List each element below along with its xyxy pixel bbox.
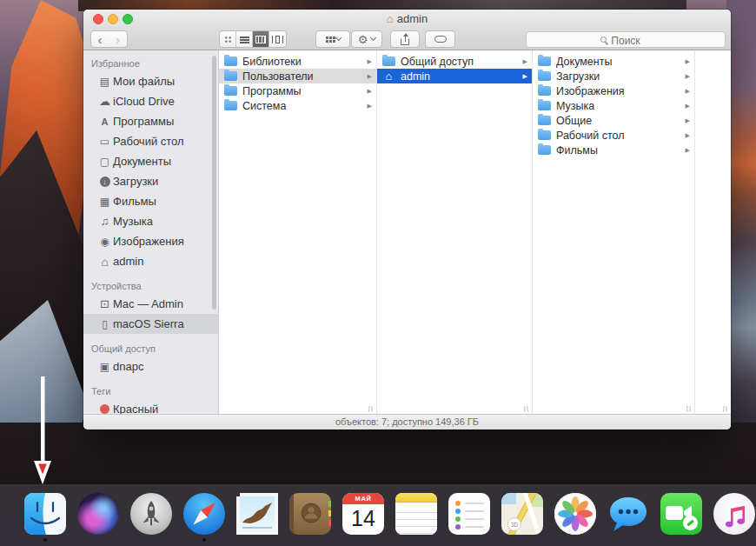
dock-icon-messages[interactable] (607, 493, 649, 535)
icloud-icon (96, 96, 113, 107)
file-row-public[interactable]: Общие (533, 113, 694, 128)
sidebar-item-music[interactable]: Музыка (83, 211, 218, 231)
chevron-down-icon (335, 35, 341, 41)
document-icon (96, 156, 113, 167)
column-view-button[interactable] (253, 31, 269, 47)
search-input[interactable] (527, 33, 725, 48)
folder-icon (224, 101, 237, 110)
file-row-downloads[interactable]: Загрузки (533, 69, 694, 83)
sidebar-scrollbar[interactable] (212, 56, 216, 310)
home-proxy-icon: ⌂ (387, 12, 394, 25)
sidebar-section-tags: Теги (83, 383, 218, 399)
file-row-pictures[interactable]: Изображения (533, 83, 694, 98)
dock-icon-facetime[interactable] (660, 493, 702, 535)
coverflow-view-button[interactable] (269, 31, 286, 47)
arrange-grid-icon (326, 37, 328, 39)
running-indicator (202, 538, 206, 542)
sidebar-item-movies[interactable]: Фильмы (83, 191, 218, 211)
sidebar-item-pictures[interactable]: Изображения (83, 231, 218, 251)
column-resize-handle[interactable] (686, 404, 692, 412)
back-button[interactable]: ‹ (90, 30, 109, 48)
file-row-documents[interactable]: Документы (533, 54, 694, 69)
calendar-month: МАЙ (342, 493, 384, 504)
sidebar-item-documents[interactable]: Документы (83, 151, 218, 171)
file-row-movies[interactable]: Фильмы (533, 143, 694, 157)
dock-icon-itunes[interactable] (713, 493, 755, 535)
share-button[interactable] (390, 30, 420, 48)
window-content: Избранное Мои файлы iCloud Drive Програм… (83, 50, 731, 414)
window-title: ⌂admin (83, 10, 731, 28)
pictures-icon (96, 236, 113, 247)
maps-3d-compass: 3D (507, 517, 521, 531)
display-icon (96, 298, 113, 310)
sidebar-item-mac-admin[interactable]: Mac — Admin (83, 294, 218, 314)
sidebar-item-tag-red[interactable]: Красный (83, 399, 218, 414)
folder-icon (538, 116, 551, 125)
sidebar-item-dnapc[interactable]: dnapc (83, 356, 218, 376)
desktop-icon (96, 136, 113, 147)
title-bar[interactable]: ⌂admin (83, 10, 731, 28)
list-view-button[interactable] (236, 31, 253, 47)
dock-icon-reminders[interactable] (448, 493, 490, 535)
disclosure-arrow-icon (368, 88, 372, 95)
finder-window: ⌂admin ‹ › Изб (83, 10, 731, 429)
column-view-icon (255, 36, 266, 43)
dock-icon-siri[interactable] (77, 493, 119, 535)
dock-icon-launchpad[interactable] (130, 493, 172, 535)
reminder-dot-blue (455, 509, 461, 514)
applications-icon (96, 117, 113, 127)
disclosure-arrow-icon (686, 103, 690, 110)
search-field[interactable] (526, 31, 726, 48)
share-icon (401, 38, 409, 45)
file-row-desktop[interactable]: Рабочий стол (533, 128, 694, 143)
file-row-applications[interactable]: Программы (219, 83, 376, 98)
maps-water (501, 493, 516, 504)
dock-icon-finder[interactable] (24, 493, 66, 535)
downloads-icon (96, 176, 113, 187)
forward-button[interactable]: › (109, 30, 128, 48)
folder-icon (224, 71, 237, 81)
arrange-button[interactable] (315, 30, 350, 48)
annotation-arrow (33, 376, 52, 486)
action-menu-button[interactable] (351, 30, 382, 48)
sidebar-item-my-files[interactable]: Мои файлы (83, 71, 218, 91)
column-resize-handle[interactable] (723, 404, 728, 412)
status-bar: объектов: 7; доступно 149,36 ГБ (83, 414, 731, 429)
column-resize-handle[interactable] (524, 404, 529, 412)
file-row-libraries[interactable]: Библиотеки (219, 54, 376, 69)
sidebar-item-downloads[interactable]: Загрузки (83, 171, 218, 191)
dock-icon-contacts[interactable] (289, 493, 331, 535)
file-row-admin[interactable]: admin (377, 69, 532, 83)
documents-stack-icon (96, 77, 113, 87)
icon-view-button[interactable] (220, 31, 236, 47)
file-row-system[interactable]: Система (219, 98, 376, 113)
sidebar-item-macos-sierra[interactable]: macOS Sierra (83, 314, 218, 334)
file-row-users[interactable]: Пользователи (219, 69, 376, 83)
folder-icon (538, 130, 551, 140)
dock-icon-calendar[interactable]: МАЙ 14 (342, 493, 384, 535)
file-row-shared[interactable]: Общий доступ (377, 54, 532, 69)
music-icon (96, 216, 113, 227)
sidebar-item-applications[interactable]: Программы (83, 111, 218, 131)
disclosure-arrow-icon (686, 73, 690, 80)
sidebar-item-admin[interactable]: admin (83, 251, 218, 271)
compass-needle-icon (183, 493, 225, 535)
tags-button[interactable] (425, 30, 455, 48)
column-2: Общий доступ admin (377, 50, 533, 414)
dock-icon-photos[interactable] (554, 493, 596, 535)
disk-icon (96, 319, 113, 330)
reminder-dot-green (455, 516, 461, 522)
dock-icon-notes[interactable] (395, 493, 437, 535)
home-icon (96, 256, 113, 268)
sidebar-item-icloud-drive[interactable]: iCloud Drive (83, 91, 218, 111)
dock-icon-mail[interactable] (236, 493, 278, 535)
column-resize-handle[interactable] (368, 404, 374, 412)
dock-icon-maps[interactable]: 3D (501, 493, 543, 535)
contacts-tab-green (328, 501, 331, 507)
gear-icon (358, 33, 368, 46)
sidebar-item-desktop[interactable]: Рабочий стол (83, 131, 218, 151)
file-row-music[interactable]: Музыка (533, 98, 694, 113)
disclosure-arrow-icon (686, 132, 690, 139)
column-4-empty (695, 50, 731, 414)
dock-icon-safari[interactable] (183, 493, 225, 535)
